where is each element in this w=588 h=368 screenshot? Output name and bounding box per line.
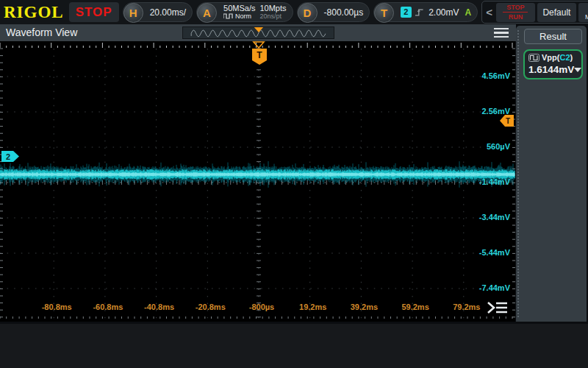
trigger-source-badge: 2 — [401, 7, 411, 18]
voltage-label-5: -5.44mV — [440, 248, 510, 257]
svg-text:T: T — [257, 50, 262, 60]
vpp-measure-icon — [528, 54, 539, 62]
time-label-0: -80.8ms — [31, 302, 82, 311]
svg-text:T: T — [506, 117, 510, 125]
results-expand-icon[interactable] — [486, 300, 509, 316]
svg-text:2: 2 — [6, 152, 10, 161]
rail-scroll-left[interactable]: < — [484, 6, 494, 18]
result-panel-title: Result — [524, 29, 582, 44]
voltage-label-4: -3.44mV — [440, 213, 510, 222]
voltage-label-3: -1.44mV — [440, 177, 510, 186]
trigger-sweep-mode: A — [465, 7, 471, 18]
trigger-level-marker[interactable]: T — [500, 115, 514, 127]
horizontal-position-group[interactable]: D -800.00µs — [297, 2, 370, 22]
measurement-channel: C2 — [559, 53, 570, 62]
rigol-logo: RIGOL — [2, 3, 65, 22]
acquire-mode: Norm — [235, 13, 251, 21]
measurement-item-vpp[interactable]: Vpp(C2) 1.6144mV — [523, 49, 583, 79]
waveform-view-title: Waveform View — [6, 26, 77, 38]
time-per-point: 20ns/pt — [259, 13, 286, 21]
voltage-label-2: 560µV — [440, 142, 510, 151]
time-label-4: -800µs — [236, 302, 287, 311]
measurement-label: Vpp(C2) — [542, 53, 573, 62]
voltage-label-0: 4.56mV — [440, 71, 510, 80]
default-button[interactable]: Default — [537, 3, 576, 22]
result-panel-resize-handle[interactable] — [517, 30, 520, 317]
default-label: Default — [542, 7, 570, 18]
time-label-6: 39.2ms — [338, 302, 390, 311]
time-label-2: -40.8ms — [134, 302, 185, 311]
horizontal-knob[interactable]: H — [123, 3, 143, 23]
horizontal-scale-group[interactable]: H 20.00ms/ — [123, 2, 193, 22]
measurement-value: 1.6144mV — [528, 64, 574, 75]
time-label-5: 19.2ms — [287, 302, 339, 311]
grid-canvas: T 2 T — [0, 41, 515, 322]
result-panel: Result Vpp(C2) 1.6144mV — [516, 26, 587, 322]
measure-label: Measure — [585, 13, 588, 21]
measure-button[interactable]: Measure — [578, 3, 588, 22]
timebase-overview-strip[interactable] — [182, 26, 334, 39]
quick-button-rail: < STOP RUN Default Measure Flex Knob > — [481, 1, 588, 24]
bottom-status-bar: CH1200.00mV/0.00VCH22.00mV/1.44mVBwCH350… — [0, 324, 588, 368]
waveform-display-area[interactable]: T 2 T -80.8ms-60.8ms-40.8ms-20.8ms-800µs… — [0, 41, 515, 322]
time-label-7: 59.2ms — [390, 302, 441, 311]
acquire-mode-icon — [223, 13, 233, 19]
trigger-slope-icon — [415, 7, 425, 18]
measurement-dropdown-caret[interactable] — [574, 68, 581, 72]
trigger-knob[interactable]: T — [374, 3, 394, 23]
channel2-offset-marker[interactable]: 2 — [1, 151, 19, 162]
trigger-position-mini-icon[interactable] — [254, 27, 263, 32]
trigger-level-value: 2.00mV — [429, 7, 459, 18]
memory-depth: 10Mpts — [259, 4, 286, 13]
horizontal-scale-value: 20.00ms/ — [146, 7, 186, 18]
acquire-knob[interactable]: A — [197, 3, 217, 23]
waveform-view-header: Waveform View — [0, 24, 516, 41]
delay-knob[interactable]: D — [298, 3, 318, 23]
time-label-1: -60.8ms — [82, 302, 134, 311]
time-label-8: 79.2ms — [441, 302, 492, 311]
time-label-3: -20.8ms — [184, 302, 236, 311]
voltage-label-1: 2.56mV — [440, 107, 510, 116]
acquisition-status-stop[interactable]: STOP — [69, 2, 119, 22]
voltage-label-6: -7.44mV — [440, 283, 510, 292]
acquisition-group[interactable]: A 50MSa/s Norm 10Mpts 20ns/pt — [196, 2, 293, 22]
top-toolbar: RIGOL STOP H 20.00ms/ A 50MSa/s Norm 10M… — [0, 0, 588, 24]
waveform-menu-icon[interactable] — [494, 28, 509, 38]
stop-run-button[interactable]: STOP RUN — [496, 3, 535, 22]
trigger-position-flag[interactable]: T — [252, 49, 267, 65]
trigger-group[interactable]: T 2 2.00mV A — [373, 2, 478, 22]
horizontal-position-value: -800.00µs — [320, 7, 364, 18]
sample-rate: 50MSa/s — [223, 4, 255, 13]
